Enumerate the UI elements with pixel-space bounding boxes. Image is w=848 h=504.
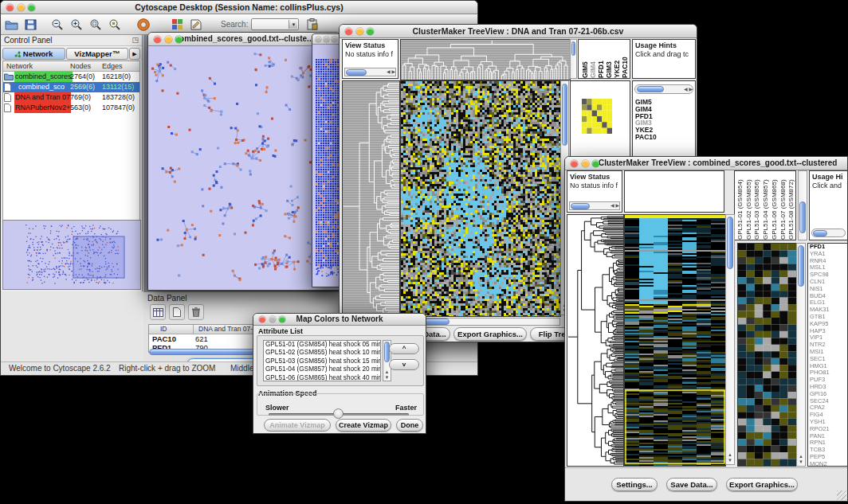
new-document-icon[interactable]	[169, 304, 185, 320]
background-window-title-bar[interactable]	[312, 34, 340, 45]
tv2-title-bar[interactable]: ClusterMaker TreeView : combined_scores_…	[565, 157, 847, 170]
tv2-collabel-scrollbar[interactable]	[798, 170, 807, 240]
tv1-button-export-graphics[interactable]: Export Graphics...	[453, 327, 527, 341]
zoom-in-icon[interactable]	[69, 18, 84, 32]
close-button[interactable]	[6, 4, 14, 11]
tv2-column-label[interactable]: GPL51-08 (GSM872)	[787, 171, 795, 240]
birdseye-view[interactable]	[2, 220, 141, 290]
close-button[interactable]	[259, 316, 265, 322]
search-dropdown-icon[interactable]: ▼	[289, 20, 297, 29]
search-input[interactable]: ▼	[251, 18, 299, 30]
zoom-button[interactable]	[592, 160, 599, 167]
tab-vizmapper[interactable]: VizMapper™	[66, 48, 129, 60]
zoom-fit-icon[interactable]	[88, 18, 103, 32]
tv2-button-export-graphics[interactable]: Export Graphics...	[726, 478, 798, 491]
network-list-row[interactable]: DNA and Tran 07769(0)183728(0)	[3, 92, 139, 103]
create-vizmap-button[interactable]: Create Vizmap	[336, 419, 391, 432]
tv2-column-label[interactable]: GPL51-02 (GSM855)	[745, 171, 753, 240]
tv1-column-label[interactable]: PFD1	[597, 41, 604, 78]
open-folder-icon[interactable]	[4, 18, 18, 32]
move-up-button[interactable]: ^	[389, 343, 419, 354]
tv2-hints-scrollbar[interactable]	[811, 229, 846, 237]
close-button[interactable]	[571, 160, 578, 167]
network-list-row[interactable]: RNAPuberNov2+563(0)107847(0)	[3, 103, 139, 113]
network-list-header[interactable]: Network Nodes Edges	[3, 61, 139, 72]
tv1-column-label[interactable]: GIM5	[581, 41, 588, 78]
attribute-list-item[interactable]: GPL51-02 (GSM855) heat shock 10 min	[264, 349, 380, 357]
zoom-selected-icon[interactable]	[108, 18, 122, 32]
annotation-icon[interactable]	[189, 18, 203, 32]
tv1-heatmap[interactable]	[400, 80, 561, 317]
attribute-list-item[interactable]: GPL51-06 (GSM865) heat shock 40 min	[264, 374, 380, 381]
tv2-column-label[interactable]: GPL51-06 (GSM865)	[771, 171, 779, 240]
network-list-row[interactable]: combined_scores2764(0)16218(0)	[3, 72, 139, 82]
minimize-button[interactable]	[324, 37, 329, 42]
zoom-button[interactable]	[332, 37, 337, 42]
tab-network[interactable]: Network	[2, 48, 65, 60]
tv1-title-bar[interactable]: ClusterMaker TreeView : DNA and Tran 07-…	[340, 25, 697, 38]
tv2-button-save-data[interactable]: Save Data...	[666, 478, 717, 491]
tv2-status-scrollbar[interactable]: ◀ ▶	[569, 201, 620, 210]
tv2-column-label[interactable]: GPL51-01 (GSM854)	[736, 171, 744, 240]
edge-count: 16218(0)	[102, 72, 131, 82]
tv1-label-scrollbar[interactable]: ◀ ▶	[634, 84, 693, 94]
dense-network-canvas[interactable]	[312, 45, 340, 287]
save-icon[interactable]	[23, 18, 37, 32]
tv2-row-dendrogram[interactable]	[567, 214, 624, 467]
tv1-similarity-matrix[interactable]	[582, 99, 612, 134]
move-down-button[interactable]: v	[389, 359, 419, 370]
zoom-out-icon[interactable]	[50, 18, 65, 32]
minimize-button[interactable]	[582, 160, 589, 167]
close-button[interactable]	[316, 37, 321, 42]
trash-icon[interactable]	[188, 304, 204, 320]
close-button[interactable]	[345, 28, 352, 35]
tv1-row-label[interactable]: PAC10	[635, 134, 657, 141]
snapshot-icon[interactable]	[170, 18, 184, 32]
dialog-title-bar[interactable]: Map Colors to Network	[253, 314, 426, 326]
tv1-column-label[interactable]: GIM3	[605, 41, 612, 78]
minimize-button[interactable]	[18, 4, 25, 11]
done-button[interactable]: Done	[396, 419, 423, 432]
zoom-button[interactable]	[28, 4, 35, 11]
attribute-list-item[interactable]: GPL51-01 (GSM854) heat shock 05 min	[264, 341, 380, 349]
float-panel-icon[interactable]: ◳	[132, 36, 139, 44]
slider-thumb[interactable]	[333, 408, 344, 419]
tv2-heatmap-vscrollbar[interactable]: ▲▼	[725, 214, 735, 465]
resize-grip[interactable]	[837, 490, 846, 500]
zoom-button[interactable]	[279, 316, 285, 322]
tv2-column-label[interactable]: GPL51-04 (GSM857)	[762, 171, 770, 240]
attribute-list-item[interactable]: GPL51-04 (GSM857) heat shock 20 min	[264, 365, 380, 373]
network-list-row[interactable]: combined_sco2569(6)13112(15)	[3, 82, 139, 92]
animate-vizmap-button[interactable]: Animate Vizmap	[264, 419, 331, 432]
tv1-column-label[interactable]: PAC10	[621, 41, 628, 78]
tv1-row-dendrogram[interactable]	[342, 80, 400, 317]
tv2-column-label[interactable]: GPL51-03 (GSM856)	[753, 171, 761, 240]
table-icon[interactable]	[150, 304, 166, 320]
tv2-button-settings[interactable]: Settings...	[611, 478, 658, 491]
help-ring-icon[interactable]	[136, 18, 151, 32]
tv1-column-label[interactable]: YKE2	[613, 41, 620, 78]
attribute-list[interactable]: GPL51-01 (GSM854) heat shock 05 minGPL51…	[263, 340, 381, 381]
zoom-button[interactable]	[367, 28, 374, 35]
node-count: 563(0)	[70, 103, 91, 113]
main-title-bar[interactable]: Cytoscape Desktop (Session Name: collins…	[1, 1, 477, 14]
animation-speed-slider[interactable]	[269, 413, 409, 416]
tv1-column-dendrogram[interactable]	[400, 39, 571, 80]
tv1-status-scrollbar[interactable]: ◀ ▶	[344, 68, 396, 76]
tv2-gene-label-panel: PFD1YRA1RNR4MSL1SPC98CLN1NIS1BUD4ELG1MAK…	[807, 243, 848, 467]
tab-overflow-button[interactable]: ▶	[129, 48, 140, 60]
tv2-zoomed-heatmap[interactable]	[737, 243, 797, 467]
tv2-gene-label[interactable]: MON2	[810, 461, 847, 467]
close-button[interactable]	[154, 36, 161, 43]
clipboard-icon[interactable]	[305, 18, 320, 32]
minimize-button[interactable]	[356, 28, 363, 35]
tv1-header-scrollbar[interactable]	[570, 39, 577, 79]
attribute-list-item[interactable]: GPL51-03 (GSM856) heat shock 15 min	[264, 357, 380, 365]
zoom-button[interactable]	[175, 36, 183, 43]
minimize-button[interactable]	[269, 316, 276, 322]
minimize-button[interactable]	[165, 36, 172, 43]
tv1-column-label[interactable]: GIM4	[589, 41, 596, 78]
tv2-zoom-vscrollbar[interactable]: ▲▼	[796, 243, 806, 467]
tv2-column-label[interactable]: GPL51-07 (GSM868)	[779, 171, 787, 240]
tv2-heatmap[interactable]	[624, 214, 726, 467]
